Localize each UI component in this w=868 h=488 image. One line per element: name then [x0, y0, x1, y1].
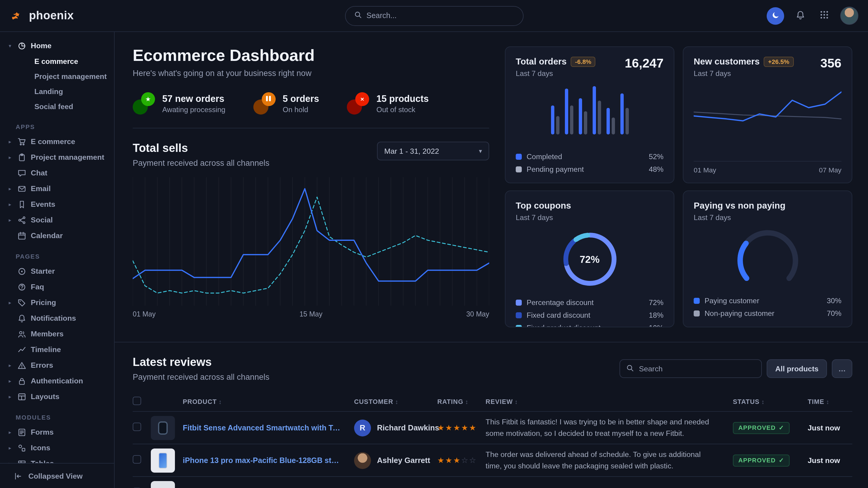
reviews-search-input[interactable] [639, 364, 755, 373]
star-icon: ★ [453, 456, 461, 465]
column-customer[interactable]: CUSTOMER↕ [354, 398, 437, 405]
theme-toggle-button[interactable] [767, 7, 784, 24]
sidebar-item-email[interactable]: ▸Email [0, 181, 114, 197]
sidebar-item-pricing[interactable]: ▸Pricing [0, 295, 114, 311]
sidebar-subitem-e-commerce[interactable]: E commerce [0, 54, 114, 69]
moon-icon [771, 10, 780, 21]
sidebar-subitem-landing[interactable]: Landing [0, 84, 114, 99]
more-options-button[interactable]: … [832, 359, 852, 378]
kpi-cards: Total orders-6.8% Last 7 days 16,247 Com… [505, 46, 852, 327]
clipboard-icon [17, 153, 27, 162]
sidebar-item-home[interactable]: ▾Home [0, 38, 114, 54]
navbar-actions [767, 7, 858, 25]
review-text: This Fitbit is fantastic! I was trying t… [486, 417, 733, 439]
x-tick: 01 May [694, 166, 716, 174]
apps-grid-button[interactable] [817, 8, 831, 23]
column-review[interactable]: REVIEW↕ [486, 398, 733, 405]
sidebar-item-faq[interactable]: Faq [0, 279, 114, 295]
latest-reviews-section: Latest reviews Payment received across a… [115, 343, 868, 488]
select-all-checkbox[interactable] [133, 396, 141, 405]
smartwatch-image [158, 421, 168, 434]
table-icon [17, 459, 27, 463]
legend-value: 30% [827, 297, 841, 305]
stat-caption: Awating processing [162, 105, 225, 113]
timeline-icon [17, 345, 27, 355]
sidebar-item-forms[interactable]: ▸Forms [0, 424, 114, 440]
check-icon: ✓ [779, 425, 784, 431]
iphone-image [159, 452, 167, 468]
sidebar-subitem-project-management[interactable]: Project management [0, 69, 114, 84]
bookmark-icon [17, 199, 27, 209]
user-avatar[interactable] [840, 7, 858, 25]
search-input[interactable] [367, 11, 514, 20]
product-link[interactable]: Fitbit Sense Advanced Smartwatch with To… [183, 423, 354, 432]
sidebar-subitem-social-feed[interactable]: Social feed [0, 99, 114, 114]
all-products-button[interactable]: All products [767, 359, 827, 378]
column-time[interactable]: TIME↕ [808, 398, 852, 405]
stat-caption: On hold [283, 105, 319, 113]
card-period: Last 7 days [694, 214, 785, 222]
sort-icon: ↕ [826, 398, 829, 405]
product-image[interactable] [151, 416, 175, 440]
sidebar-item-chat[interactable]: Chat [0, 165, 114, 181]
brand-logo[interactable]: phoenix [10, 7, 74, 24]
total-sells-subtitle: Payment received across all channels [133, 159, 269, 168]
mail-icon [17, 184, 27, 194]
paying-legend: Paying customer30% Non-paying customer70… [694, 292, 841, 318]
shapes-icon [17, 443, 27, 453]
row-checkbox[interactable] [133, 422, 141, 431]
customer-name: Richard Dawkins [377, 423, 439, 432]
sidebar-item-members[interactable]: Members [0, 326, 114, 342]
chevron-right-icon: ▸ [7, 201, 13, 207]
stat-caption: Out of stock [376, 105, 429, 113]
notifications-button[interactable] [793, 8, 808, 23]
sidebar-item-e-commerce[interactable]: ▸E commerce [0, 134, 114, 150]
sidebar-item-social[interactable]: ▸Social [0, 212, 114, 228]
card-period: Last 7 days [516, 214, 571, 222]
row-checkbox[interactable] [133, 455, 141, 463]
bell-icon [796, 10, 805, 22]
top-coupons-legend: Percentage discount72% Fixed card discou… [516, 294, 663, 327]
form-icon [17, 427, 27, 437]
column-rating[interactable]: RATING↕ [437, 398, 486, 405]
sidebar-item-errors[interactable]: ▸Errors [0, 357, 114, 373]
sidebar-item-project-management[interactable]: ▸Project management [0, 150, 114, 165]
star-icon: ★ [469, 423, 477, 432]
product-image[interactable] [151, 448, 175, 472]
chevron-down-icon: ▾ [479, 148, 482, 154]
chevron-right-icon: ▸ [7, 461, 13, 463]
reviews-search[interactable] [620, 359, 762, 378]
chevron-right-icon: ▸ [7, 154, 13, 160]
column-status[interactable]: STATUS↕ [733, 398, 808, 405]
warning-icon [17, 360, 27, 370]
collapse-sidebar-button[interactable]: Collapsed View [0, 463, 114, 488]
avatar[interactable]: R [354, 419, 371, 436]
sidebar-item-timeline[interactable]: Timeline [0, 342, 114, 357]
sidebar-section-label: MODULES [16, 414, 114, 421]
sidebar-item-notifications[interactable]: Notifications [0, 311, 114, 326]
product-link[interactable]: iPhone 13 pro max-Pacific Blue-128GB sto… [183, 456, 354, 464]
avatar[interactable] [354, 452, 371, 469]
chevron-right-icon: ▸ [7, 217, 13, 223]
sidebar-item-tables[interactable]: ▸Tables [0, 456, 114, 463]
legend-label: Fixed product discount [527, 324, 600, 327]
tag-icon [17, 298, 27, 307]
lock-icon [17, 376, 27, 386]
sidebar-item-layouts[interactable]: ▸Layouts [0, 389, 114, 404]
global-search[interactable] [345, 6, 523, 26]
legend-label: Fixed card discount [527, 311, 590, 320]
legend-value: 10% [649, 324, 663, 327]
date-range-select[interactable]: Mar 1 - 31, 2022 ▾ [377, 142, 489, 160]
legend-label: Completed [527, 153, 562, 161]
total-orders-value: 16,247 [625, 56, 663, 70]
sidebar-item-starter[interactable]: Starter [0, 263, 114, 279]
sort-icon: ↕ [219, 398, 222, 405]
sidebar-item-calendar[interactable]: Calendar [0, 228, 114, 243]
sidebar-item-events[interactable]: ▸Events [0, 197, 114, 212]
column-product[interactable]: PRODUCT↕ [183, 398, 354, 405]
layout-icon [17, 392, 27, 401]
sidebar-item-icons[interactable]: ▸Icons [0, 440, 114, 456]
collapse-label: Collapsed View [28, 472, 83, 480]
product-image[interactable] [151, 481, 175, 488]
sidebar-item-authentication[interactable]: ▸Authentication [0, 373, 114, 389]
